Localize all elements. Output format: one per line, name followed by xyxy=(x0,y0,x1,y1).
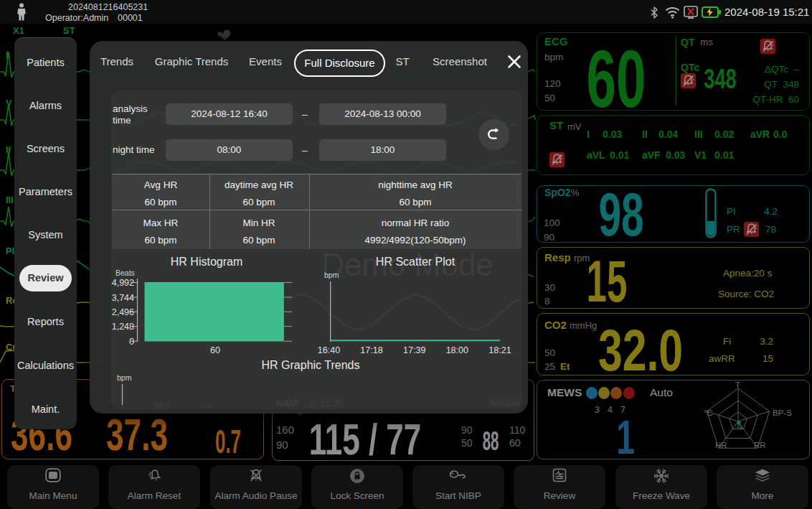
svg-text:60: 60 xyxy=(210,345,220,355)
svg-text:18:00: 18:00 xyxy=(446,345,468,355)
svg-text:HR Scatter Plot: HR Scatter Plot xyxy=(376,256,455,268)
svg-text:bpm: bpm xyxy=(117,373,132,382)
svg-text:17:18: 17:18 xyxy=(360,345,382,355)
svg-text:18:21: 18:21 xyxy=(488,345,511,355)
svg-text:17:39: 17:39 xyxy=(403,345,425,355)
svg-text:HR Graphic Trends: HR Graphic Trends xyxy=(262,359,360,371)
svg-text:16:40: 16:40 xyxy=(318,345,340,355)
svg-text:bpm: bpm xyxy=(324,271,339,279)
svg-text:Beats: Beats xyxy=(115,268,135,277)
svg-text:HR Histogram: HR Histogram xyxy=(171,256,242,268)
